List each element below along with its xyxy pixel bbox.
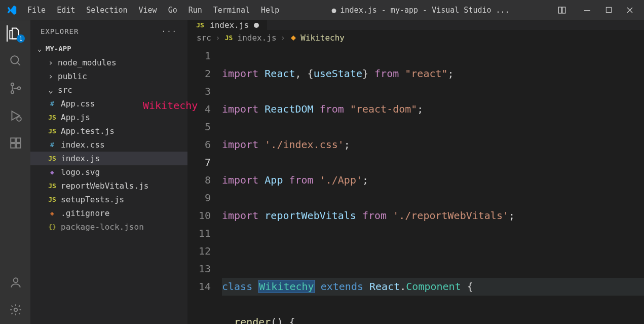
close-icon[interactable] (625, 5, 635, 15)
file-logo-svg[interactable]: ◆logo.svg (30, 165, 187, 179)
css-icon: # (48, 100, 57, 107)
maximize-icon[interactable] (603, 5, 614, 15)
sidebar-more-icon[interactable]: ··· (162, 27, 177, 35)
js-icon: JS (48, 196, 57, 203)
dirty-indicator-icon (254, 23, 259, 28)
menu-go[interactable]: Go (163, 3, 182, 17)
file-app-test-js[interactable]: JSApp.test.js (30, 124, 187, 138)
sidebar: EXPLORER ··· ⌄ MY-APP ›node_modules ›pub… (30, 20, 187, 324)
menu-terminal[interactable]: Terminal (208, 3, 255, 17)
file-report-web-vitals[interactable]: JSreportWebVitals.js (30, 179, 187, 193)
git-icon: ◈ (48, 209, 57, 217)
project-name: MY-APP (46, 45, 71, 53)
js-icon: JS (48, 155, 57, 162)
chevron-right-icon: › (48, 58, 54, 67)
file-setup-tests[interactable]: JSsetupTests.js (30, 193, 187, 206)
explorer-badge: 1 (17, 34, 25, 43)
folder-label: node_modules (58, 58, 117, 67)
svg-rect-3 (606, 7, 611, 12)
file-label: reportWebVitals.js (61, 181, 148, 191)
file-label: logo.svg (61, 167, 100, 177)
menu-file[interactable]: File (22, 3, 51, 17)
menu-edit[interactable]: Edit (52, 3, 80, 17)
editor: JS index.js src › JS index.js › Wikitech… (187, 20, 644, 324)
folder-label: public (58, 71, 87, 81)
code-editor[interactable]: 123 456 789 101112 1314 import React, {u… (187, 46, 644, 324)
menu-selection[interactable]: Selection (81, 3, 132, 17)
window-title: ● index.js - my-app - Visual Studio ... (284, 6, 557, 15)
search-icon[interactable] (7, 53, 23, 69)
file-label: App.test.js (61, 126, 115, 136)
js-icon: JS (196, 21, 205, 29)
js-icon: JS (48, 114, 57, 121)
json-icon: {} (48, 223, 57, 231)
breadcrumbs[interactable]: src › JS index.js › Wikitechy (187, 30, 644, 46)
minimize-icon[interactable] (582, 5, 592, 15)
file-tree: ›node_modules ›public ⌄src #App.css JSAp… (30, 55, 187, 235)
settings-icon[interactable] (7, 302, 23, 318)
accounts-icon[interactable] (7, 274, 23, 291)
file-package-lock[interactable]: {}package-lock.json (30, 220, 187, 234)
vscode-logo-icon (4, 5, 19, 16)
layout-icon[interactable] (557, 5, 567, 15)
source-control-icon[interactable] (7, 80, 23, 96)
svg-point-13 (14, 278, 18, 282)
window-controls (582, 5, 635, 15)
menu-view[interactable]: View (134, 3, 162, 17)
file-label: .gitignore (61, 208, 109, 218)
file-app-css[interactable]: #App.css (30, 97, 187, 111)
extensions-icon[interactable] (7, 135, 23, 151)
folder-label: src (58, 85, 72, 95)
editor-tabs: JS index.js (187, 20, 644, 30)
title-bar: File Edit Selection View Go Run Terminal… (0, 0, 644, 20)
file-label: index.js (61, 154, 100, 163)
window-title-text: index.js - my-app - Visual Studio ... (340, 6, 510, 15)
svg-point-8 (17, 117, 21, 121)
line-gutter: 123 456 789 101112 1314 (187, 46, 222, 324)
dirty-dot-icon: ● (332, 6, 336, 15)
explorer-icon[interactable]: 1 (7, 25, 23, 42)
code-content[interactable]: import React, {useState} from "react"; i… (222, 46, 644, 324)
svg-point-5 (11, 83, 14, 86)
chevron-down-icon: ⌄ (36, 45, 43, 53)
breadcrumb-src[interactable]: src (197, 33, 211, 43)
js-icon: JS (48, 182, 57, 190)
svg-rect-1 (562, 7, 565, 13)
svg-point-7 (18, 87, 20, 89)
css-icon: # (48, 141, 57, 149)
sidebar-title: EXPLORER (41, 27, 79, 35)
svg-point-6 (11, 91, 14, 93)
file-app-js[interactable]: JSApp.js (30, 111, 187, 124)
tab-index-js[interactable]: JS index.js (187, 20, 268, 30)
run-debug-icon[interactable] (7, 107, 23, 124)
file-label: package-lock.json (61, 222, 144, 232)
svg-rect-2 (584, 10, 590, 11)
svg-rect-9 (11, 138, 15, 142)
svg-rect-12 (16, 138, 21, 142)
file-gitignore[interactable]: ◈.gitignore (30, 206, 187, 220)
file-index-css[interactable]: #index.css (30, 138, 187, 152)
svg-rect-10 (11, 143, 15, 148)
svg-point-14 (14, 308, 18, 312)
chevron-right-icon: › (281, 33, 286, 43)
chevron-right-icon: › (215, 33, 220, 43)
js-icon: JS (224, 34, 234, 42)
folder-node-modules[interactable]: ›node_modules (30, 56, 187, 69)
file-label: setupTests.js (61, 195, 124, 204)
breadcrumb-symbol[interactable]: Wikitechy (289, 33, 345, 43)
project-header[interactable]: ⌄ MY-APP (30, 43, 187, 55)
file-label: App.js (61, 113, 90, 122)
menu-run[interactable]: Run (183, 3, 207, 17)
menu-help[interactable]: Help (256, 3, 284, 17)
file-label: index.css (61, 140, 105, 150)
svg-icon: ◆ (48, 168, 57, 176)
svg-point-4 (11, 56, 18, 63)
file-label: App.css (61, 99, 95, 109)
file-index-js[interactable]: JSindex.js (30, 152, 187, 165)
breadcrumb-file[interactable]: index.js (238, 33, 277, 43)
svg-rect-11 (16, 143, 21, 148)
menu-bar: File Edit Selection View Go Run Terminal… (22, 3, 284, 17)
folder-public[interactable]: ›public (30, 69, 187, 83)
folder-src[interactable]: ⌄src (30, 83, 187, 97)
tab-label: index.js (210, 20, 249, 30)
